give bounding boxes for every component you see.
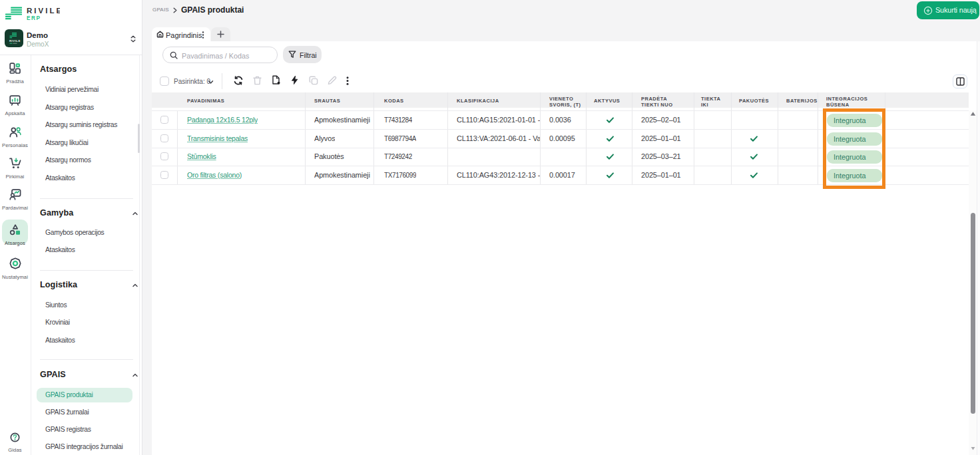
svg-text:RIVILE: RIVILE: [9, 39, 21, 43]
svg-text:RIVILE: RIVILE: [27, 7, 60, 15]
svg-text:ERP: ERP: [27, 15, 41, 21]
